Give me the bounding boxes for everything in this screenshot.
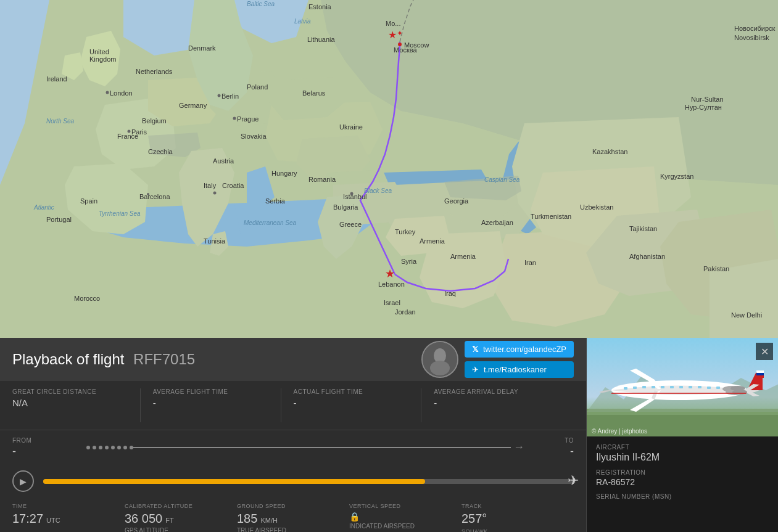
- svg-rect-93: [652, 386, 655, 388]
- svg-text:Baltic Sea: Baltic Sea: [247, 1, 275, 7]
- map-label-uk: United: [89, 48, 109, 55]
- svg-text:Black Sea: Black Sea: [364, 187, 392, 194]
- data-vertical-speed: VERTICAL SPEED 🔒 INDICATED AIRSPEED: [349, 503, 461, 532]
- data-ground-speed: GROUND SPEED 185 KM/H TRUE AIRSPEED: [237, 503, 349, 532]
- data-calibrated-altitude: CALIBRATED ALTITUDE 36 050 FT GPS ALTITU…: [125, 503, 237, 532]
- svg-text:Romania: Romania: [308, 176, 336, 183]
- twitter-icon: 𝕏: [472, 345, 478, 354]
- svg-point-61: [233, 117, 236, 120]
- svg-text:Uzbekistan: Uzbekistan: [580, 203, 613, 211]
- twitter-link[interactable]: 𝕏 twitter.com/galandecZP: [465, 341, 574, 358]
- svg-text:Belgium: Belgium: [142, 117, 167, 125]
- playback-row: ▶ ✈: [0, 464, 586, 498]
- bottom-panel: Playback of flight RFF7015 𝕏: [0, 338, 778, 532]
- to-section: TO -: [524, 437, 574, 458]
- svg-point-55: [106, 91, 109, 94]
- stat-avg-flight-time: AVERAGE FLIGHT TIME -: [153, 388, 281, 422]
- svg-text:Novosibirsk: Novosibirsk: [734, 34, 769, 41]
- svg-text:Barcelona: Barcelona: [139, 193, 170, 200]
- svg-text:London: London: [110, 89, 133, 97]
- data-track: TRACK 257° SQUAWK 🔒: [461, 503, 574, 532]
- plane-progress-icon: ✈: [568, 473, 579, 489]
- svg-text:Tunisia: Tunisia: [204, 237, 226, 245]
- aircraft-panel: ✕: [586, 338, 778, 532]
- svg-text:Italy: Italy: [204, 182, 217, 189]
- svg-text:North Sea: North Sea: [46, 118, 74, 125]
- svg-text:Kyrgyzstan: Kyrgyzstan: [660, 173, 693, 180]
- aircraft-registration-group: REGISTRATION RA-86572: [596, 469, 769, 487]
- route-row: FROM - → TO -: [0, 430, 586, 464]
- svg-text:Jordan: Jordan: [395, 308, 416, 316]
- svg-text:Germany: Germany: [179, 102, 207, 109]
- svg-rect-85: [756, 375, 764, 378]
- svg-text:Poland: Poland: [247, 83, 268, 91]
- svg-rect-92: [642, 386, 646, 388]
- play-button[interactable]: ▶: [12, 470, 34, 492]
- close-button[interactable]: ✕: [756, 343, 773, 360]
- svg-text:Atlantic: Atlantic: [33, 204, 54, 211]
- svg-text:Москва: Москва: [394, 46, 417, 54]
- svg-text:Armenia: Armenia: [450, 253, 476, 260]
- svg-text:Kazakhstan: Kazakhstan: [592, 148, 627, 155]
- photo-credit-text: © Andrey | jetphotos: [592, 428, 647, 435]
- svg-text:Denmark: Denmark: [188, 44, 216, 52]
- svg-text:Morocco: Morocco: [74, 295, 100, 302]
- svg-text:Paris: Paris: [131, 128, 147, 136]
- svg-text:Caspian Sea: Caspian Sea: [484, 176, 520, 183]
- svg-rect-96: [679, 386, 683, 388]
- stat-avg-arrival-delay: AVERAGE ARRIVAL DELAY -: [434, 388, 561, 422]
- svg-text:Latvia: Latvia: [294, 18, 311, 25]
- svg-point-54: [213, 192, 217, 195]
- svg-rect-94: [661, 386, 664, 388]
- svg-text:Iraq: Iraq: [444, 290, 456, 297]
- svg-text:Georgia: Georgia: [444, 197, 469, 205]
- stat-great-circle: GREAT CIRCLE DISTANCE N/A: [12, 388, 141, 422]
- svg-text:✦: ✦: [397, 29, 403, 38]
- svg-rect-84: [756, 373, 764, 375]
- svg-text:Iran: Iran: [524, 259, 536, 266]
- svg-text:Kingdom: Kingdom: [89, 55, 116, 63]
- destination-marker: ★: [385, 268, 395, 280]
- svg-text:Portugal: Portugal: [46, 216, 72, 223]
- aircraft-type-group: AIRCRAFT Ilyushin Il-62M: [596, 444, 769, 463]
- origin-marker: ★: [388, 30, 397, 40]
- svg-rect-99: [707, 387, 711, 389]
- from-section: FROM -: [12, 437, 86, 458]
- aircraft-photo: © Andrey | jetphotos: [587, 338, 778, 436]
- svg-text:Bulgaria: Bulgaria: [333, 203, 358, 211]
- svg-text:Croatia: Croatia: [222, 182, 244, 189]
- svg-text:Belarus: Belarus: [302, 89, 326, 97]
- svg-text:Ukraine: Ukraine: [339, 123, 363, 131]
- svg-text:Turkey: Turkey: [395, 228, 416, 235]
- arrow-section: →: [86, 441, 524, 454]
- svg-text:Lithuania: Lithuania: [307, 36, 336, 43]
- flight-header: Playback of flight RFF7015 𝕏: [0, 338, 586, 381]
- data-row: TIME 17:27 UTC CALIBRATED ALTITUDE 36 05…: [0, 498, 586, 532]
- svg-text:Estonia: Estonia: [308, 3, 332, 10]
- svg-text:New Delhi: New Delhi: [731, 311, 762, 319]
- svg-text:Tyrrhenian Sea: Tyrrhenian Sea: [99, 210, 141, 217]
- svg-rect-100: [716, 387, 720, 389]
- svg-rect-98: [698, 386, 701, 388]
- svg-text:Azerbaijan: Azerbaijan: [481, 219, 513, 226]
- svg-rect-83: [756, 370, 764, 373]
- aircraft-details: AIRCRAFT Ilyushin Il-62M REGISTRATION RA…: [587, 436, 778, 514]
- svg-text:Syria: Syria: [401, 258, 417, 265]
- progress-bar[interactable]: ✈: [43, 479, 574, 484]
- svg-point-57: [128, 130, 131, 133]
- svg-text:Greece: Greece: [339, 221, 362, 228]
- svg-text:Berlin: Berlin: [221, 92, 239, 100]
- telegram-link[interactable]: ✈ t.me/Radioskaner: [465, 361, 574, 378]
- flight-title: Playback of flight RFF7015: [12, 351, 195, 368]
- svg-rect-91: [633, 387, 637, 389]
- svg-rect-97: [689, 386, 692, 388]
- lock-icon-vertical: 🔒: [349, 512, 360, 522]
- social-section: 𝕏 twitter.com/galandecZP ✈ t.me/Radioska…: [421, 341, 574, 378]
- svg-rect-90: [624, 387, 627, 390]
- map-container[interactable]: ★ ✦ ★ United Kingdom Ireland France Spai…: [0, 0, 778, 338]
- svg-text:Mediterranean Sea: Mediterranean Sea: [244, 219, 296, 226]
- user-avatar: [421, 341, 458, 378]
- svg-text:Нур-Султан: Нур-Султан: [685, 104, 722, 111]
- svg-point-59: [218, 94, 221, 97]
- svg-text:Mo...: Mo...: [386, 20, 400, 27]
